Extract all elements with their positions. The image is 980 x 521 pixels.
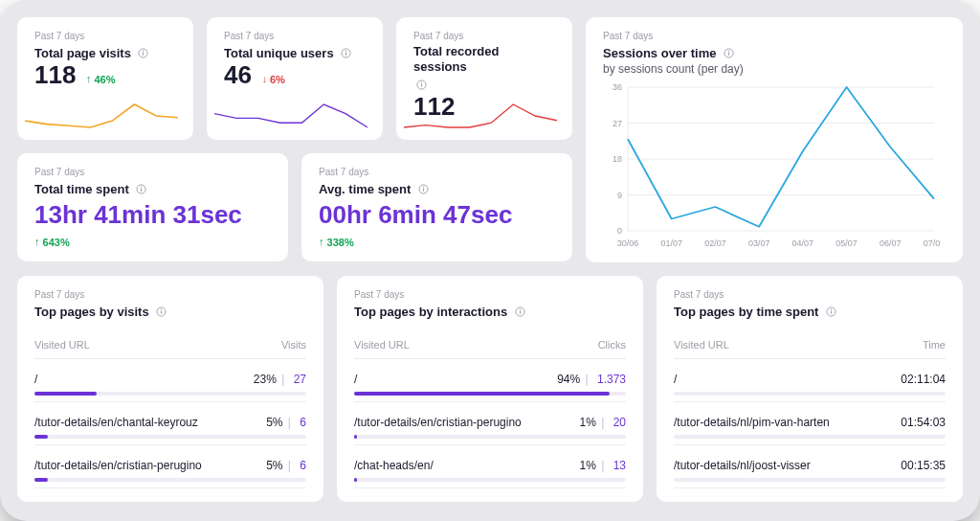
card-total-page-visits: Past 7 days Total page visits 118 ↑ 46%: [17, 17, 193, 140]
row-url: /tutor-details/en/cristian-perugino: [34, 459, 202, 472]
svg-rect-13: [423, 189, 424, 192]
column-header-value: Visits: [281, 339, 306, 351]
metric-value: 13hr 41min 31sec: [34, 201, 271, 229]
column-header-value: Clicks: [598, 339, 626, 351]
svg-rect-16: [728, 53, 729, 56]
svg-rect-41: [520, 311, 521, 314]
row-url: /: [674, 373, 677, 386]
row-url: /tutor-details/en/chantal-keyrouz: [34, 416, 198, 429]
table-row[interactable]: /94% | 1.373: [354, 359, 626, 402]
card-total-recorded-sessions: Past 7 days Total recorded sessions 112: [396, 17, 572, 140]
chart-title: Sessions over time: [603, 46, 717, 61]
row-value: 1% | 20: [580, 416, 627, 429]
info-icon[interactable]: [418, 184, 429, 194]
table-row[interactable]: /23% | 27: [34, 359, 306, 402]
card-sessions-over-time: Past 7 days Sessions over time by sessio…: [586, 17, 963, 262]
info-icon[interactable]: [826, 306, 836, 317]
svg-rect-1: [143, 53, 144, 56]
svg-rect-7: [421, 83, 422, 86]
svg-rect-38: [161, 311, 162, 314]
row-url: /: [354, 373, 357, 386]
column-header-url: Visited URL: [354, 339, 410, 351]
metric-delta: ↓ 6%: [261, 74, 284, 85]
metric-delta: ↑ 46%: [86, 74, 116, 85]
svg-rect-4: [345, 53, 346, 56]
table-row[interactable]: /tutor-details/en/cristian-perugino5% | …: [34, 445, 306, 488]
svg-text:04/07: 04/07: [792, 238, 814, 248]
card-top-pages-by-time-spent: Past 7 days Top pages by time spent Visi…: [657, 276, 963, 502]
card-title: Total page visits: [34, 46, 131, 61]
info-icon[interactable]: [138, 48, 148, 58]
progress-bar: [674, 392, 946, 396]
svg-text:07/07: 07/07: [924, 238, 940, 248]
row-value: 02:11:04: [901, 373, 946, 386]
sparkline-sessions: [404, 100, 557, 130]
info-icon[interactable]: [724, 48, 734, 58]
svg-text:9: 9: [617, 191, 622, 200]
card-top-pages-by-interactions: Past 7 days Top pages by interactions Vi…: [337, 276, 643, 502]
svg-text:30/06: 30/06: [617, 238, 639, 248]
period-label: Past 7 days: [354, 289, 626, 300]
row-value: 00:15:35: [901, 459, 946, 472]
svg-point-42: [519, 309, 520, 310]
table-row[interactable]: /tutor-details/en/cristian-perugino1% | …: [354, 402, 626, 445]
table-row[interactable]: /tutor-details/nl/pim-van-harten01:54:03: [674, 402, 946, 445]
progress-bar: [34, 435, 306, 439]
metric-value: 46: [224, 60, 252, 89]
info-icon[interactable]: [416, 79, 427, 90]
card-top-pages-by-visits: Past 7 days Top pages by visits Visited …: [17, 276, 323, 502]
card-title: Top pages by visits: [34, 305, 149, 320]
progress-bar: [34, 392, 306, 396]
metric-value: 118: [34, 60, 76, 89]
card-title: Top pages by time spent: [674, 305, 818, 320]
info-icon[interactable]: [515, 306, 525, 317]
metric-delta: ↑ 338%: [319, 237, 555, 248]
info-icon[interactable]: [341, 48, 351, 58]
svg-point-5: [345, 51, 346, 52]
progress-bar: [674, 478, 946, 482]
period-label: Past 7 days: [674, 289, 946, 300]
row-value: 1% | 13: [580, 459, 627, 472]
column-header-url: Visited URL: [34, 339, 90, 351]
card-title: Total unique users: [224, 46, 334, 61]
period-label: Past 7 days: [224, 31, 366, 41]
svg-text:36: 36: [612, 82, 622, 92]
progress-bar: [674, 435, 946, 439]
svg-rect-44: [831, 311, 832, 314]
svg-text:03/07: 03/07: [748, 238, 770, 248]
info-icon[interactable]: [136, 184, 146, 194]
table-row[interactable]: /02:11:04: [674, 359, 946, 402]
period-label: Past 7 days: [34, 167, 271, 177]
card-total-unique-users: Past 7 days Total unique users 46 ↓ 6%: [207, 17, 383, 140]
card-avg-time-spent: Past 7 days Avg. time spent 00hr 6min 47…: [301, 153, 572, 261]
card-title: Total recorded sessions: [413, 44, 555, 76]
chart-subtitle: by sessions count (per day): [603, 62, 946, 76]
table-row[interactable]: /chat-heads/en/1% | 13: [354, 445, 626, 488]
row-url: /: [34, 373, 37, 386]
svg-point-14: [423, 187, 424, 188]
card-title: Top pages by interactions: [354, 305, 507, 320]
row-url: /tutor-details/en/cristian-perugino: [354, 416, 522, 429]
progress-bar: [354, 478, 626, 482]
row-value: 5% | 6: [266, 416, 306, 429]
row-url: /tutor-details/nl/joost-visser: [674, 459, 811, 472]
period-label: Past 7 days: [319, 167, 555, 177]
svg-text:02/07: 02/07: [704, 238, 726, 248]
metric-delta: ↑ 643%: [34, 237, 271, 248]
svg-text:18: 18: [612, 154, 622, 164]
sparkline-users: [214, 100, 368, 130]
row-value: 23% | 27: [254, 373, 306, 386]
period-label: Past 7 days: [413, 31, 555, 41]
row-value: 01:54:03: [901, 416, 946, 429]
svg-text:01/07: 01/07: [660, 238, 682, 248]
line-chart: 0918273630/0601/0702/0703/0704/0705/0706…: [603, 81, 940, 252]
table-row[interactable]: /tutor-details/nl/joost-visser00:15:35: [674, 445, 946, 488]
column-header-value: Time: [923, 339, 946, 351]
svg-text:27: 27: [612, 119, 622, 128]
svg-text:06/07: 06/07: [880, 238, 902, 248]
info-icon[interactable]: [156, 306, 167, 317]
row-url: /chat-heads/en/: [354, 459, 434, 472]
column-header-url: Visited URL: [674, 339, 729, 351]
table-row[interactable]: /tutor-details/en/chantal-keyrouz5% | 6: [34, 402, 306, 445]
progress-bar: [354, 392, 626, 396]
